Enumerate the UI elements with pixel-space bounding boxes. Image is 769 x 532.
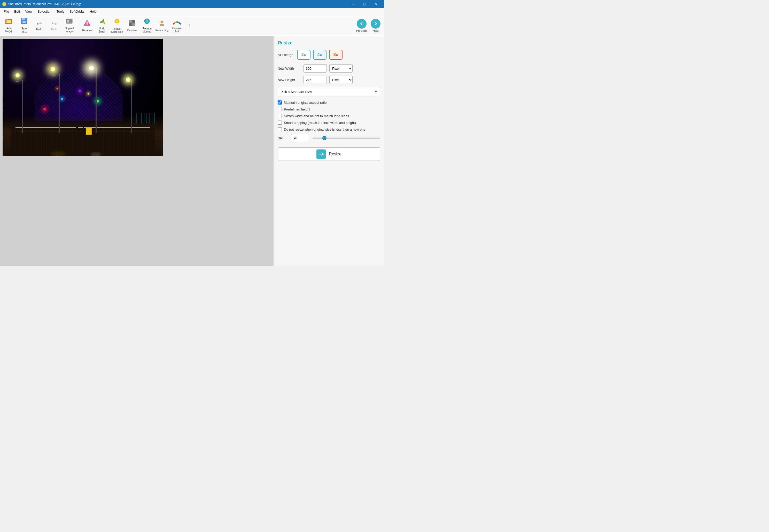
svg-rect-22 <box>132 23 135 26</box>
undo-icon: ↩ <box>37 20 42 27</box>
resize-arrow-icon <box>316 149 326 159</box>
separator-2 <box>186 18 186 33</box>
switch-wh-checkbox[interactable] <box>278 114 282 118</box>
remove-icon <box>83 19 91 28</box>
no-upscale-label: Do not resize when original size is less… <box>284 128 365 131</box>
menu-selection[interactable]: Selection <box>35 9 54 14</box>
night-scene-image <box>3 39 163 156</box>
image-correction-icon <box>113 17 121 27</box>
more-tools-button[interactable]: ⋮ <box>187 23 192 27</box>
redo-label: Redo <box>51 28 57 31</box>
dpi-slider[interactable] <box>312 138 380 139</box>
resize-button[interactable]: Resize <box>278 147 380 161</box>
next-icon <box>371 19 380 29</box>
new-width-row: New Width Pixel Percent Inch cm <box>278 64 380 73</box>
menu-file[interactable]: File <box>1 9 12 14</box>
undo-brush-icon <box>98 18 106 27</box>
minimize-button[interactable]: − <box>347 0 358 8</box>
predefined-height-row: Predefined height <box>278 107 380 111</box>
denoise-icon <box>128 19 136 28</box>
dpi-row: DPI <box>278 134 380 142</box>
undo-brush-button[interactable]: UndoBrush <box>95 16 109 35</box>
reduce-blurring-label: Reduceblurring <box>143 27 151 33</box>
next-label: Next <box>373 29 379 32</box>
dpi-label: DPI <box>278 136 288 140</box>
smart-crop-checkbox[interactable] <box>278 121 282 125</box>
right-panel: Resize AI Enlarge 2x 4x 8x New Width Pix… <box>273 36 384 266</box>
maximize-button[interactable]: □ <box>358 0 370 8</box>
menu-softorbits[interactable]: SoftOrbits <box>67 9 87 14</box>
original-image-button[interactable]: OriginalImage <box>62 16 76 35</box>
maintain-aspect-ratio-label: Maintain original aspect ratio <box>284 101 326 105</box>
colorize-photo-button[interactable]: Colorizephoto <box>170 16 184 35</box>
svg-point-13 <box>115 19 119 23</box>
title-text: SoftOrbits Photo Retoucher Pro - IMG_295… <box>8 2 347 6</box>
denoise-label: Denoise <box>127 29 137 32</box>
retouching-icon <box>158 19 166 28</box>
image-correction-button[interactable]: ImageCorrection <box>110 16 124 35</box>
dpi-slider-thumb <box>322 136 326 140</box>
toolbar: AddFile(s)... Saveas... ↩ Undo ↪ Redo <box>0 15 384 36</box>
reduce-blurring-button[interactable]: Reduceblurring <box>140 16 154 35</box>
add-files-label: AddFile(s)... <box>5 27 14 33</box>
resize-button-label: Resize <box>329 152 341 156</box>
menu-edit[interactable]: Edit <box>12 9 22 14</box>
enlarge-2x-button[interactable]: 2x <box>297 50 310 60</box>
switch-wh-row: Switch width and height to match long si… <box>278 114 380 118</box>
svg-rect-19 <box>129 20 131 22</box>
save-as-button[interactable]: Saveas... <box>17 16 32 35</box>
maintain-aspect-ratio-checkbox[interactable] <box>278 100 282 105</box>
enlarge-4x-button[interactable]: 4x <box>313 50 326 60</box>
denoise-button[interactable]: Denoise <box>125 16 139 35</box>
main-content: Resize AI Enlarge 2x 4x 8x New Width Pix… <box>0 36 384 266</box>
maintain-aspect-ratio-row: Maintain original aspect ratio <box>278 100 380 105</box>
remove-button[interactable]: Remove <box>80 16 94 35</box>
switch-wh-label: Switch width and height to match long si… <box>284 114 349 118</box>
svg-rect-5 <box>22 21 26 23</box>
next-button[interactable]: Next <box>369 18 382 33</box>
svg-rect-20 <box>132 20 135 22</box>
svg-rect-10 <box>86 21 88 24</box>
smart-crop-label: Smart cropping (result in exact width an… <box>284 121 356 125</box>
dpi-input[interactable] <box>291 134 309 142</box>
menu-view[interactable]: View <box>22 9 35 14</box>
close-button[interactable]: ✕ <box>370 0 382 8</box>
undo-button[interactable]: ↩ Undo <box>32 16 46 35</box>
panel-title: Resize <box>278 40 380 46</box>
window-controls: − □ ✕ <box>347 0 382 8</box>
svg-rect-2 <box>6 20 11 23</box>
remove-label: Remove <box>82 29 92 32</box>
reduce-blurring-icon <box>143 18 151 27</box>
predefined-height-checkbox[interactable] <box>278 107 282 111</box>
add-files-button[interactable]: AddFile(s)... <box>2 16 17 35</box>
new-width-input[interactable] <box>303 64 327 73</box>
separator-1 <box>78 18 78 33</box>
height-unit-select[interactable]: Pixel Percent Inch cm <box>329 76 352 84</box>
svg-point-11 <box>86 24 88 25</box>
add-files-icon <box>5 18 13 26</box>
undo-label: Undo <box>36 28 42 31</box>
menubar: File Edit View Selection Tools SoftOrbit… <box>0 8 384 15</box>
svg-rect-12 <box>103 22 105 25</box>
svg-rect-1 <box>5 19 9 20</box>
image-display <box>3 39 163 156</box>
no-upscale-checkbox[interactable] <box>278 127 282 131</box>
width-unit-select[interactable]: Pixel Percent Inch cm <box>329 64 352 73</box>
previous-label: Previous <box>356 29 367 32</box>
previous-button[interactable]: Previous <box>355 18 368 33</box>
retouching-button[interactable]: Retouching <box>155 16 169 35</box>
predefined-height-label: Predefined height <box>284 107 310 111</box>
svg-rect-21 <box>129 23 131 26</box>
standard-size-select[interactable]: Pick a Standard Size 640 × 480 800 × 600… <box>278 87 380 96</box>
redo-icon: ↪ <box>52 20 57 27</box>
canvas-area[interactable] <box>0 36 273 266</box>
no-upscale-row: Do not resize when original size is less… <box>278 127 380 131</box>
titlebar: 🟡 SoftOrbits Photo Retoucher Pro - IMG_2… <box>0 0 384 8</box>
retouching-label: Retouching <box>155 29 169 32</box>
new-height-input[interactable] <box>303 76 327 84</box>
new-height-label: New Height <box>278 78 301 82</box>
menu-help[interactable]: Help <box>87 9 99 14</box>
menu-tools[interactable]: Tools <box>54 9 67 14</box>
enlarge-8x-button[interactable]: 8x <box>329 50 342 60</box>
redo-button[interactable]: ↪ Redo <box>47 16 61 35</box>
